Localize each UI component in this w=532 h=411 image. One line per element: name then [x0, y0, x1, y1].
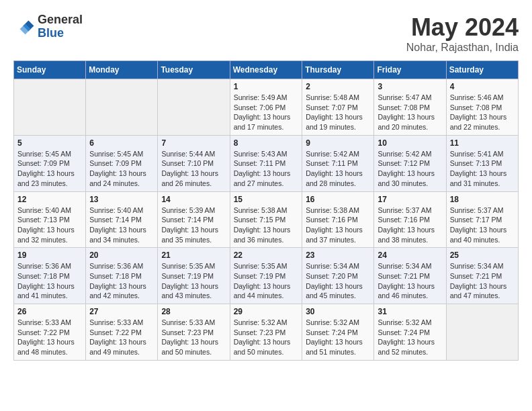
day-cell: 26Sunrise: 5:33 AM Sunset: 7:22 PM Dayli…: [14, 304, 86, 361]
week-row-5: 26Sunrise: 5:33 AM Sunset: 7:22 PM Dayli…: [14, 304, 519, 361]
day-cell: 6Sunrise: 5:45 AM Sunset: 7:09 PM Daylig…: [86, 135, 158, 191]
day-number: 1: [234, 82, 299, 91]
day-cell: 18Sunrise: 5:37 AM Sunset: 7:17 PM Dayli…: [446, 191, 518, 248]
calendar-table: SundayMondayTuesdayWednesdayThursdayFrid…: [13, 60, 519, 361]
day-cell: 1Sunrise: 5:49 AM Sunset: 7:06 PM Daylig…: [230, 79, 302, 136]
day-number: 18: [450, 195, 515, 204]
day-cell: 13Sunrise: 5:40 AM Sunset: 7:14 PM Dayli…: [86, 191, 158, 248]
day-number: 31: [378, 307, 442, 316]
day-info: Sunrise: 5:43 AM Sunset: 7:11 PM Dayligh…: [234, 149, 299, 189]
week-row-1: 1Sunrise: 5:49 AM Sunset: 7:06 PM Daylig…: [14, 79, 519, 136]
day-info: Sunrise: 5:41 AM Sunset: 7:13 PM Dayligh…: [450, 149, 515, 189]
day-cell: 21Sunrise: 5:35 AM Sunset: 7:19 PM Dayli…: [158, 248, 230, 304]
weekday-header-sunday: Sunday: [14, 61, 86, 79]
day-info: Sunrise: 5:34 AM Sunset: 7:21 PM Dayligh…: [378, 261, 442, 301]
day-info: Sunrise: 5:49 AM Sunset: 7:06 PM Dayligh…: [234, 93, 299, 132]
day-cell: 8Sunrise: 5:43 AM Sunset: 7:11 PM Daylig…: [230, 135, 302, 191]
day-cell: 22Sunrise: 5:35 AM Sunset: 7:19 PM Dayli…: [230, 248, 302, 304]
day-info: Sunrise: 5:42 AM Sunset: 7:12 PM Dayligh…: [378, 149, 442, 189]
month-title: May 2024: [406, 13, 519, 42]
day-cell: [158, 79, 230, 136]
day-info: Sunrise: 5:36 AM Sunset: 7:18 PM Dayligh…: [89, 261, 154, 301]
day-cell: 25Sunrise: 5:34 AM Sunset: 7:21 PM Dayli…: [446, 248, 518, 304]
day-info: Sunrise: 5:38 AM Sunset: 7:16 PM Dayligh…: [306, 205, 370, 245]
day-info: Sunrise: 5:34 AM Sunset: 7:21 PM Dayligh…: [450, 261, 515, 301]
weekday-header-wednesday: Wednesday: [230, 61, 302, 79]
day-info: Sunrise: 5:38 AM Sunset: 7:15 PM Dayligh…: [234, 205, 299, 245]
day-info: Sunrise: 5:45 AM Sunset: 7:09 PM Dayligh…: [17, 149, 82, 189]
day-number: 24: [378, 250, 442, 260]
day-cell: 29Sunrise: 5:32 AM Sunset: 7:23 PM Dayli…: [230, 304, 302, 361]
day-number: 4: [450, 82, 515, 91]
day-number: 7: [161, 138, 226, 148]
day-number: 12: [17, 195, 82, 204]
day-number: 21: [161, 250, 226, 260]
day-info: Sunrise: 5:32 AM Sunset: 7:24 PM Dayligh…: [306, 318, 370, 357]
logo: General Blue: [13, 13, 83, 40]
logo-general: General: [38, 13, 83, 27]
day-number: 25: [450, 250, 515, 260]
day-number: 17: [378, 195, 442, 204]
day-number: 9: [306, 138, 370, 148]
day-cell: 30Sunrise: 5:32 AM Sunset: 7:24 PM Dayli…: [302, 304, 374, 361]
day-cell: 17Sunrise: 5:37 AM Sunset: 7:16 PM Dayli…: [374, 191, 446, 248]
day-cell: 28Sunrise: 5:33 AM Sunset: 7:23 PM Dayli…: [158, 304, 230, 361]
weekday-header-monday: Monday: [86, 61, 158, 79]
day-number: 22: [234, 250, 299, 260]
day-info: Sunrise: 5:46 AM Sunset: 7:08 PM Dayligh…: [450, 93, 515, 132]
logo-blue: Blue: [38, 27, 83, 40]
day-cell: 27Sunrise: 5:33 AM Sunset: 7:22 PM Dayli…: [86, 304, 158, 361]
day-number: 27: [89, 307, 154, 316]
day-info: Sunrise: 5:32 AM Sunset: 7:23 PM Dayligh…: [234, 318, 299, 357]
day-cell: 16Sunrise: 5:38 AM Sunset: 7:16 PM Dayli…: [302, 191, 374, 248]
day-cell: 9Sunrise: 5:42 AM Sunset: 7:11 PM Daylig…: [302, 135, 374, 191]
day-cell: [86, 79, 158, 136]
day-cell: 12Sunrise: 5:40 AM Sunset: 7:13 PM Dayli…: [14, 191, 86, 248]
week-row-4: 19Sunrise: 5:36 AM Sunset: 7:18 PM Dayli…: [14, 248, 519, 304]
location: Nohar, Rajasthan, India: [406, 42, 519, 54]
day-cell: 14Sunrise: 5:39 AM Sunset: 7:14 PM Dayli…: [158, 191, 230, 248]
day-cell: 24Sunrise: 5:34 AM Sunset: 7:21 PM Dayli…: [374, 248, 446, 304]
day-cell: 31Sunrise: 5:32 AM Sunset: 7:24 PM Dayli…: [374, 304, 446, 361]
day-number: 23: [306, 250, 370, 260]
day-info: Sunrise: 5:34 AM Sunset: 7:20 PM Dayligh…: [306, 261, 370, 301]
day-cell: 11Sunrise: 5:41 AM Sunset: 7:13 PM Dayli…: [446, 135, 518, 191]
day-info: Sunrise: 5:42 AM Sunset: 7:11 PM Dayligh…: [306, 149, 370, 189]
day-number: 28: [161, 307, 226, 316]
day-number: 6: [89, 138, 154, 148]
day-number: 13: [89, 195, 154, 204]
weekday-header-tuesday: Tuesday: [158, 61, 230, 79]
day-cell: [446, 304, 518, 361]
day-cell: 5Sunrise: 5:45 AM Sunset: 7:09 PM Daylig…: [14, 135, 86, 191]
day-number: 16: [306, 195, 370, 204]
weekday-header-thursday: Thursday: [302, 61, 374, 79]
day-number: 19: [17, 250, 82, 260]
title-block: May 2024 Nohar, Rajasthan, India: [406, 13, 519, 54]
day-number: 20: [89, 250, 154, 260]
day-info: Sunrise: 5:35 AM Sunset: 7:19 PM Dayligh…: [234, 261, 299, 301]
day-number: 26: [17, 307, 82, 316]
logo-text: General Blue: [38, 13, 83, 40]
weekday-header-saturday: Saturday: [446, 61, 518, 79]
day-number: 11: [450, 138, 515, 148]
calendar-body: 1Sunrise: 5:49 AM Sunset: 7:06 PM Daylig…: [14, 79, 519, 361]
day-info: Sunrise: 5:45 AM Sunset: 7:09 PM Dayligh…: [89, 149, 154, 189]
weekday-header-friday: Friday: [374, 61, 446, 79]
day-info: Sunrise: 5:37 AM Sunset: 7:17 PM Dayligh…: [450, 205, 515, 245]
day-cell: 23Sunrise: 5:34 AM Sunset: 7:20 PM Dayli…: [302, 248, 374, 304]
day-info: Sunrise: 5:33 AM Sunset: 7:22 PM Dayligh…: [89, 318, 154, 357]
day-number: 3: [378, 82, 442, 91]
day-number: 2: [306, 82, 370, 91]
page-header: General Blue May 2024 Nohar, Rajasthan, …: [13, 13, 519, 54]
day-number: 10: [378, 138, 442, 148]
day-number: 15: [234, 195, 299, 204]
day-info: Sunrise: 5:32 AM Sunset: 7:24 PM Dayligh…: [378, 318, 442, 357]
day-info: Sunrise: 5:35 AM Sunset: 7:19 PM Dayligh…: [161, 261, 226, 301]
day-info: Sunrise: 5:44 AM Sunset: 7:10 PM Dayligh…: [161, 149, 226, 189]
day-info: Sunrise: 5:40 AM Sunset: 7:14 PM Dayligh…: [89, 205, 154, 245]
week-row-3: 12Sunrise: 5:40 AM Sunset: 7:13 PM Dayli…: [14, 191, 519, 248]
day-info: Sunrise: 5:37 AM Sunset: 7:16 PM Dayligh…: [378, 205, 442, 245]
day-cell: 7Sunrise: 5:44 AM Sunset: 7:10 PM Daylig…: [158, 135, 230, 191]
day-info: Sunrise: 5:33 AM Sunset: 7:22 PM Dayligh…: [17, 318, 82, 357]
day-cell: 15Sunrise: 5:38 AM Sunset: 7:15 PM Dayli…: [230, 191, 302, 248]
